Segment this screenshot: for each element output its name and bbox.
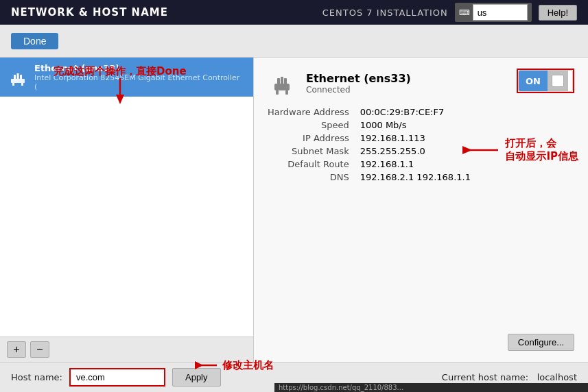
ip-label: IP Address [268, 133, 349, 143]
info-table: Hardware Address 00:0C:29:B7:CE:F7 Speed… [268, 107, 574, 182]
hw-addr-value: 00:0C:29:B7:CE:F7 [360, 107, 574, 117]
top-bar: NETWORK & HOST NAME CENTOS 7 INSTALLATIO… [0, 0, 588, 25]
add-network-button[interactable]: + [7, 341, 26, 358]
network-item-info: Ethernet (ens33) Intel Corporation 82545… [34, 63, 245, 91]
hw-addr-label: Hardware Address [268, 107, 349, 117]
language-select[interactable]: us [473, 4, 528, 21]
top-row: Done [0, 25, 588, 58]
url-bar: https://blog.csdn.net/qq_2110/883... [274, 383, 588, 392]
eth-plug-icon [268, 69, 296, 97]
right-panel: Ethernet (ens33) Connected ON [254, 58, 588, 362]
svg-rect-3 [20, 75, 22, 79]
eth-header: Ethernet (ens33) Connected [268, 69, 411, 97]
toggle-slider [548, 71, 568, 91]
svg-rect-4 [12, 83, 14, 86]
ip-value: 192.168.1.113 [360, 133, 574, 143]
left-panel: Ethernet (ens33) Intel Corporation 82545… [0, 58, 254, 362]
toggle-border: ON [517, 69, 574, 93]
eth-title-block: Ethernet (ens33) Connected [306, 72, 411, 95]
svg-rect-7 [277, 78, 280, 84]
network-item-ens33[interactable]: Ethernet (ens33) Intel Corporation 82545… [0, 58, 253, 97]
subnet-value: 255.255.255.0 [360, 146, 574, 156]
toggle-on-label: ON [519, 71, 548, 91]
current-hostname: Current host name: localhost [442, 372, 577, 382]
route-label: Default Route [268, 159, 349, 169]
hostname-label: Host name: [11, 372, 62, 382]
svg-rect-2 [17, 73, 19, 79]
eth-name: Ethernet (ens33) [306, 72, 411, 85]
svg-rect-10 [276, 90, 279, 95]
network-item-name: Ethernet (ens33) [34, 63, 245, 73]
hostname-input[interactable] [69, 368, 165, 387]
dns-label: DNS [268, 172, 349, 182]
centos-label: CENTOS 7 INSTALLATION [322, 8, 448, 18]
apply-button[interactable]: Apply [172, 368, 221, 387]
done-button[interactable]: Done [11, 33, 58, 49]
top-bar-right: CENTOS 7 INSTALLATION ⌨ us Help! [322, 3, 577, 22]
whole-page: NETWORK & HOST NAME CENTOS 7 INSTALLATIO… [0, 0, 588, 392]
route-value: 192.168.1.1 [360, 159, 574, 169]
page-title: NETWORK & HOST NAME [11, 6, 168, 19]
svg-rect-9 [284, 78, 287, 84]
toggle-switch[interactable]: ON [518, 70, 573, 92]
svg-rect-8 [281, 77, 283, 84]
network-item-desc: Intel Corporation 82545EM Gigabit Ethern… [34, 73, 245, 91]
ethernet-icon [8, 68, 27, 87]
svg-rect-6 [274, 84, 290, 90]
svg-rect-5 [21, 83, 23, 86]
configure-button[interactable]: Configure... [508, 334, 574, 351]
speed-value: 1000 Mb/s [360, 120, 574, 130]
list-controls: + − [0, 336, 253, 362]
subnet-label: Subnet Mask [268, 146, 349, 156]
eth-status: Connected [306, 85, 411, 95]
svg-rect-11 [285, 90, 288, 95]
main-area: Ethernet (ens33) Intel Corporation 82545… [0, 58, 588, 362]
keyboard-icon: ⌨ us [455, 3, 532, 22]
speed-label: Speed [268, 120, 349, 130]
content-area: Done [0, 25, 588, 392]
svg-rect-1 [14, 75, 16, 79]
dns-value: 192.168.2.1 192.168.1.1 [360, 172, 574, 182]
help-button[interactable]: Help! [539, 5, 577, 21]
remove-network-button[interactable]: − [30, 341, 49, 358]
lang-select-wrapper[interactable]: us [473, 4, 528, 21]
network-list: Ethernet (ens33) Intel Corporation 82545… [0, 58, 253, 336]
